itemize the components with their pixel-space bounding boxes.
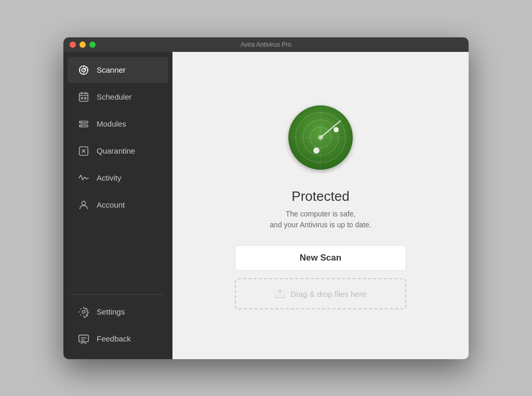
svg-rect-22	[79, 335, 88, 342]
sidebar-item-settings[interactable]: Settings	[68, 299, 168, 325]
sidebar-scanner-label: Scanner	[97, 65, 126, 74]
quarantine-icon	[78, 145, 89, 157]
activity-icon	[78, 172, 89, 184]
sidebar-item-feedback[interactable]: Feedback	[68, 326, 168, 352]
status-description: The computer is safe, and your Antivirus…	[270, 209, 371, 230]
radar-container	[284, 101, 357, 176]
status-title: Protected	[291, 188, 349, 204]
sidebar-item-modules[interactable]: Modules	[68, 111, 168, 137]
maximize-button[interactable]	[89, 42, 96, 48]
sidebar-feedback-label: Feedback	[97, 334, 131, 343]
sidebar-item-scanner[interactable]: Scanner	[68, 57, 168, 83]
sidebar-main-nav: Scanner Scheduler	[63, 52, 172, 290]
sidebar: Scanner Scheduler	[63, 52, 172, 359]
status-desc-line1: The computer is safe,	[286, 210, 356, 218]
minimize-button[interactable]	[79, 42, 86, 48]
settings-icon	[78, 306, 89, 318]
sidebar-bottom-nav: Settings Feedback	[63, 290, 172, 359]
feedback-icon	[78, 333, 89, 345]
modules-icon	[78, 118, 89, 130]
svg-point-20	[82, 201, 85, 204]
close-button[interactable]	[70, 42, 76, 48]
new-scan-button[interactable]: New Scan	[235, 245, 406, 271]
svg-rect-11	[81, 97, 83, 99]
sidebar-divider	[72, 294, 164, 295]
svg-rect-12	[85, 97, 86, 99]
svg-point-33	[334, 127, 339, 132]
main-content: Protected The computer is safe, and your…	[172, 52, 469, 359]
sidebar-item-quarantine[interactable]: Quarantine	[68, 138, 168, 164]
status-desc-line2: and your Antivirus is up to date.	[270, 221, 371, 229]
svg-rect-7	[79, 93, 88, 101]
scanner-icon	[78, 64, 89, 76]
sidebar-item-scheduler[interactable]: Scheduler	[68, 84, 168, 110]
svg-point-15	[81, 121, 82, 122]
drag-drop-zone[interactable]: Drag & drop files here	[235, 278, 406, 309]
scheduler-icon	[78, 91, 89, 103]
drag-drop-label: Drag & drop files here	[290, 290, 366, 298]
sidebar-modules-label: Modules	[97, 119, 126, 128]
upload-icon	[275, 289, 285, 299]
svg-point-21	[82, 310, 85, 313]
svg-rect-14	[79, 125, 88, 127]
window-title: Avira Antivirus Pro	[241, 41, 291, 48]
account-icon	[78, 199, 89, 211]
sidebar-settings-label: Settings	[97, 307, 125, 316]
radar-graphic	[284, 101, 357, 174]
sidebar-item-account[interactable]: Account	[68, 192, 168, 218]
sidebar-activity-label: Activity	[97, 173, 122, 182]
app-body: Scanner Scheduler	[63, 52, 469, 359]
app-window: Avira Antivirus Pro	[63, 37, 469, 359]
sidebar-quarantine-label: Quarantine	[97, 146, 135, 155]
sidebar-scheduler-label: Scheduler	[97, 92, 132, 101]
svg-rect-13	[79, 121, 88, 123]
svg-point-16	[81, 125, 82, 126]
window-controls	[70, 42, 96, 48]
sidebar-item-activity[interactable]: Activity	[68, 165, 168, 191]
sidebar-account-label: Account	[97, 200, 125, 209]
titlebar: Avira Antivirus Pro	[63, 37, 469, 52]
svg-point-34	[313, 147, 320, 154]
